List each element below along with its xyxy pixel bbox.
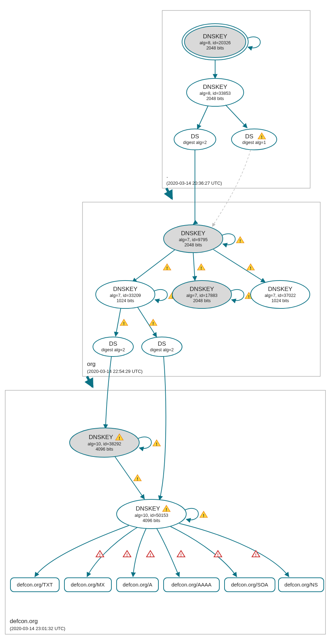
- svg-text:DNSKEY: DNSKEY: [113, 286, 138, 292]
- svg-text:DNSKEY: DNSKEY: [181, 230, 205, 237]
- svg-text:DS: DS: [245, 133, 253, 140]
- node-org-zsk-33209: DNSKEY alg=7, id=33209 1024 bits !: [96, 281, 176, 308]
- svg-text:alg=10, id=38292: alg=10, id=38292: [88, 442, 121, 446]
- svg-text:alg=7, id=37022: alg=7, id=37022: [265, 293, 296, 298]
- node-root-ksk: DNSKEY alg=8, id=20326 2048 bits: [182, 24, 260, 60]
- edge: [193, 253, 195, 281]
- node-org-ds2: DS digest alg=2: [142, 337, 182, 356]
- node-root-ds1: DS digest alg=1 !: [231, 129, 277, 150]
- svg-text:(2020-03-14 23:01:32 UTC): (2020-03-14 23:01:32 UTC): [10, 626, 65, 631]
- svg-text:alg=8, id=20326: alg=8, id=20326: [199, 40, 231, 45]
- svg-text:1024 bits: 1024 bits: [272, 298, 289, 303]
- svg-text:alg=10, id=50153: alg=10, id=50153: [135, 513, 168, 518]
- self-loop: [231, 290, 244, 301]
- warning-icon: !: [153, 440, 160, 447]
- zone-arrow: [166, 188, 172, 199]
- svg-text:digest alg=2: digest alg=2: [150, 347, 174, 352]
- edge: [179, 523, 289, 577]
- svg-text:!: !: [126, 552, 128, 558]
- node-rr-txt: defcon.org/TXT: [10, 578, 59, 592]
- svg-text:2048 bits: 2048 bits: [206, 46, 224, 51]
- node-org-ds1: DS digest alg=2: [93, 337, 133, 356]
- svg-text:alg=7, id=9795: alg=7, id=9795: [179, 237, 208, 242]
- warning-icon: !: [147, 551, 154, 558]
- svg-text:digest alg=2: digest alg=2: [101, 347, 125, 352]
- warning-icon: !: [134, 475, 141, 482]
- node-org-ksk: DNSKEY alg=7, id=9795 2048 bits !: [164, 225, 244, 253]
- warning-icon: !: [177, 551, 185, 558]
- svg-text:!: !: [203, 513, 204, 518]
- warning-icon: !: [247, 264, 254, 271]
- svg-text:DNSKEY: DNSKEY: [268, 286, 292, 292]
- svg-text:defcon.org/SOA: defcon.org/SOA: [231, 582, 268, 588]
- zone-dc-name: defcon.org: [10, 618, 38, 624]
- svg-text:!: !: [123, 321, 125, 326]
- warning-icon: !: [96, 551, 104, 558]
- edge: [213, 250, 265, 282]
- svg-text:!: !: [201, 266, 202, 271]
- svg-text:2048 bits: 2048 bits: [206, 96, 224, 101]
- svg-text:(2020-03-14 22:54:29 UTC): (2020-03-14 22:54:29 UTC): [87, 369, 143, 374]
- node-rr-ns: defcon.org/NS: [278, 578, 324, 592]
- svg-text:DS: DS: [158, 340, 166, 347]
- svg-text:defcon.org/MX: defcon.org/MX: [71, 582, 105, 588]
- svg-text:alg=8, id=33853: alg=8, id=33853: [199, 91, 231, 96]
- dnssec-chain-diagram: . (2020-03-14 20:36:27 UTC) DNSKEY alg=8…: [0, 0, 330, 644]
- svg-text:!: !: [156, 442, 157, 447]
- node-dc-zsk: DNSKEY ! alg=10, id=50153 4096 bits !: [117, 499, 207, 529]
- zone-root-name: .: [166, 172, 168, 179]
- svg-text:!: !: [250, 266, 251, 271]
- edge: [159, 356, 166, 500]
- edge: [193, 150, 195, 224]
- svg-text:DNSKEY: DNSKEY: [203, 84, 227, 90]
- node-rr-aaaa: defcon.org/AAAA: [164, 578, 219, 592]
- svg-text:defcon.org/A: defcon.org/A: [123, 582, 152, 588]
- svg-point-13: [231, 129, 277, 150]
- svg-text:!: !: [261, 135, 262, 140]
- zone-org-name: org: [87, 361, 96, 367]
- edge: [157, 528, 179, 577]
- edge: [115, 457, 144, 499]
- svg-text:!: !: [152, 321, 154, 326]
- svg-text:!: !: [150, 552, 151, 558]
- node-root-zsk: DNSKEY alg=8, id=33853 2048 bits: [187, 78, 244, 106]
- warning-icon: !: [200, 511, 207, 518]
- node-org-zsk-37022: DNSKEY alg=7, id=37022 1024 bits: [251, 281, 310, 308]
- warning-icon: !: [236, 237, 244, 244]
- svg-text:alg=7, id=17883: alg=7, id=17883: [186, 293, 218, 298]
- svg-text:1024 bits: 1024 bits: [117, 298, 134, 303]
- self-loop: [138, 437, 151, 449]
- edge: [105, 356, 111, 429]
- svg-text:!: !: [99, 552, 101, 558]
- edge: [133, 528, 146, 577]
- svg-text:4096 bits: 4096 bits: [143, 518, 160, 523]
- svg-text:DNSKEY: DNSKEY: [190, 286, 214, 292]
- edge: [197, 106, 208, 129]
- svg-text:defcon.org/NS: defcon.org/NS: [284, 582, 318, 588]
- svg-text:DS: DS: [109, 340, 117, 347]
- self-loop: [185, 508, 198, 520]
- svg-text:2048 bits: 2048 bits: [193, 298, 211, 303]
- svg-text:4096 bits: 4096 bits: [96, 447, 113, 452]
- svg-text:!: !: [119, 436, 120, 441]
- node-rr-mx: defcon.org/MX: [64, 578, 111, 592]
- warning-icon: !: [149, 319, 157, 326]
- svg-text:!: !: [180, 552, 182, 558]
- svg-text:DNSKEY: DNSKEY: [136, 505, 160, 512]
- zone-arrow: [87, 376, 93, 387]
- svg-text:DNSKEY: DNSKEY: [89, 434, 113, 440]
- node-root-ds2: DS digest alg=2: [174, 129, 216, 150]
- edge: [87, 527, 138, 577]
- svg-text:DNSKEY: DNSKEY: [203, 33, 227, 40]
- svg-text:digest alg=2: digest alg=2: [183, 140, 207, 145]
- warning-icon: !: [252, 551, 260, 558]
- warning-icon: !: [123, 551, 131, 558]
- svg-text:!: !: [217, 552, 219, 558]
- self-loop: [222, 234, 235, 245]
- svg-text:DS: DS: [191, 133, 199, 140]
- svg-text:!: !: [166, 266, 168, 271]
- svg-text:!: !: [255, 552, 257, 558]
- svg-text:digest alg=1: digest alg=1: [242, 140, 266, 145]
- self-loop: [154, 290, 167, 301]
- svg-text:!: !: [137, 476, 138, 482]
